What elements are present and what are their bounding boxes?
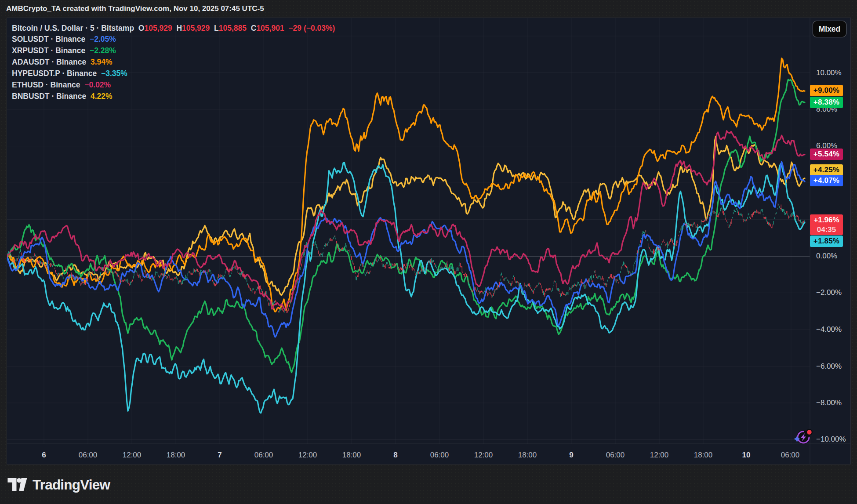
svg-text:TradingView: TradingView bbox=[33, 477, 110, 493]
